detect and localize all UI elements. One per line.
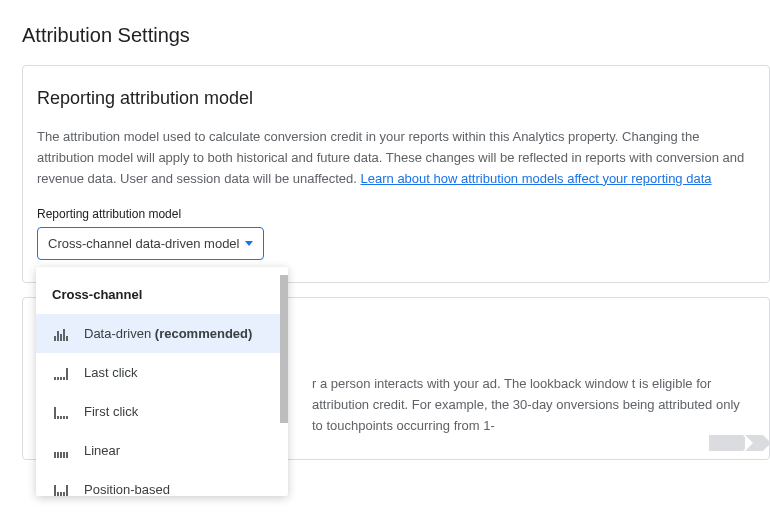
bars-first-click-icon (52, 405, 70, 419)
page-title: Attribution Settings (0, 0, 770, 65)
model-dropdown-menu: Cross-channel Data-driven (recommended) (36, 267, 288, 496)
bars-position-based-icon (52, 482, 70, 496)
model-dropdown[interactable]: Cross-channel data-driven model (37, 227, 264, 260)
field-label: Reporting attribution model (37, 207, 749, 221)
menu-item-data-driven[interactable]: Data-driven (recommended) (36, 314, 288, 353)
bars-linear-icon (52, 444, 70, 458)
scrollbar[interactable] (280, 275, 288, 423)
menu-item-label: Position-based (84, 482, 170, 497)
reporting-model-card: Reporting attribution model The attribut… (22, 65, 770, 283)
card-description: The attribution model used to calculate … (37, 127, 749, 189)
menu-item-label: Linear (84, 443, 120, 458)
menu-item-position-based[interactable]: Position-based (36, 470, 288, 496)
bars-last-click-icon (52, 366, 70, 380)
bars-data-driven-icon (52, 327, 70, 341)
menu-item-first-click[interactable]: First click (36, 392, 288, 431)
menu-item-label: Last click (84, 365, 137, 380)
timeline-arrows-icon (709, 435, 763, 451)
menu-item-last-click[interactable]: Last click (36, 353, 288, 392)
menu-item-label: First click (84, 404, 138, 419)
dropdown-value: Cross-channel data-driven model (48, 236, 239, 251)
learn-more-link[interactable]: Learn about how attribution models affec… (361, 171, 712, 186)
chevron-down-icon (245, 241, 253, 246)
menu-item-linear[interactable]: Linear (36, 431, 288, 470)
menu-item-label: Data-driven (recommended) (84, 326, 252, 341)
card-title: Reporting attribution model (37, 88, 749, 109)
menu-group-header: Cross-channel (36, 275, 288, 314)
